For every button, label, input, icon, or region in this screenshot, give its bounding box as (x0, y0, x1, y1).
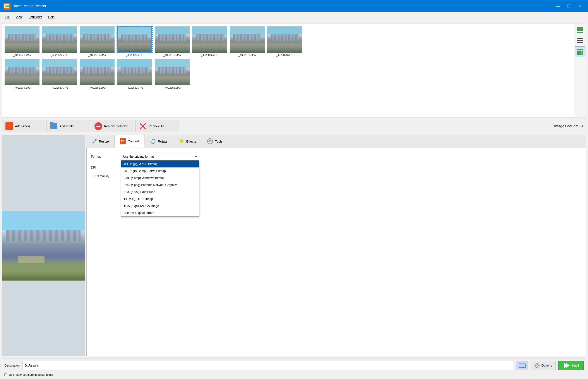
thumbnail-10[interactable] (42, 59, 77, 85)
app-title: Batch Picture Resizer (13, 4, 46, 8)
image-label-7: _4022877.JPG (239, 53, 256, 57)
svg-rect-12 (577, 42, 583, 43)
format-option-pcx[interactable]: PCX (*.pcx) PaintBrush (121, 189, 199, 195)
titlebar-left: Batch Picture Resizer (3, 3, 46, 10)
no-icon (95, 123, 102, 129)
menu-help[interactable]: Help (45, 14, 58, 20)
list-item[interactable]: _4022882.JPG (117, 59, 152, 89)
format-option-jpg[interactable]: JPG (*.jpg) JPEG Bitmap (121, 160, 199, 167)
svg-rect-21 (581, 53, 583, 55)
view-grid-button[interactable] (575, 47, 585, 57)
thumbnail-8[interactable] (267, 26, 302, 53)
thumbnail-4-selected[interactable] (117, 26, 152, 53)
dpi-label: DPI (91, 166, 117, 169)
thumbnail-13[interactable] (155, 59, 190, 85)
format-option-gif[interactable]: GIF (*.gif) CompuServe Bitmap (121, 167, 199, 174)
add-folder-icon (50, 122, 58, 130)
destination-label: Destination (4, 364, 20, 367)
svg-rect-41 (519, 364, 522, 367)
thumbnail-7[interactable] (230, 26, 265, 53)
destination-input[interactable] (22, 361, 513, 370)
minimize-button[interactable]: — (553, 2, 563, 11)
format-option-bmp[interactable]: BMP (*.bmp) Windows Bitmap (121, 174, 199, 181)
thumbnail-11[interactable] (80, 59, 115, 85)
x-icon (139, 122, 147, 130)
gallery-scroll: _4022871.JPG _4022872.JPG _4022873.JPG _… (2, 24, 574, 117)
svg-rect-13 (577, 49, 579, 50)
list-item[interactable]: _4022878.JPG (267, 26, 302, 57)
list-item[interactable]: _4022874.JPG (117, 26, 152, 57)
remove-selected-icon (94, 122, 102, 130)
thumbnail-9[interactable] (5, 59, 40, 85)
svg-point-35 (209, 140, 211, 142)
svg-rect-19 (577, 53, 579, 55)
main-content: _4022871.JPG _4022872.JPG _4022873.JPG _… (0, 22, 588, 379)
options-button[interactable]: Options (531, 361, 556, 370)
svg-rect-15 (581, 49, 583, 50)
list-item[interactable]: _4022881.JPG (80, 59, 115, 89)
list-item[interactable]: _4022873.JPG (80, 26, 115, 57)
thumbnail-3[interactable] (80, 26, 115, 53)
list-item[interactable]: _4022871.JPG (5, 26, 40, 57)
menu-view[interactable]: View (13, 14, 26, 20)
tabs: Resize Convert (86, 135, 586, 148)
resize-icon (92, 139, 97, 144)
start-arrow-icon (563, 362, 570, 369)
list-item[interactable]: _4022877.JPG (230, 26, 265, 57)
format-dropdown[interactable]: Use the original format ▾ (121, 153, 199, 160)
thumbnail-2[interactable] (42, 26, 77, 53)
svg-rect-7 (580, 29, 583, 31)
tab-rotate[interactable]: Rotate (144, 135, 173, 148)
maximize-button[interactable]: ☐ (564, 2, 573, 11)
tab-resize[interactable]: Resize (86, 135, 114, 148)
thumbnail-1[interactable] (5, 26, 40, 53)
image-label-1: _4022871.JPG (13, 53, 31, 57)
add-files-button[interactable]: Add File(s)... (2, 120, 45, 132)
preview-image (2, 211, 85, 281)
menu-softorbits[interactable]: SoftOrbits (26, 14, 45, 20)
list-item[interactable]: _4022880.JPG (42, 59, 77, 89)
remove-selected-button[interactable]: Remove Selected (91, 120, 135, 132)
svg-point-45 (536, 364, 538, 366)
thumbnail-12[interactable] (117, 59, 152, 85)
format-dropdown-list[interactable]: JPG (*.jpg) JPEG Bitmap GIF (*.gif) Comp… (121, 160, 199, 217)
view-thumbnail-button[interactable] (575, 25, 585, 35)
image-label-6: _4022876.JPG (201, 53, 218, 57)
tab-tools-label: Tools (215, 140, 223, 143)
image-label-8: _4022878.JPG (276, 53, 293, 57)
list-item[interactable]: _4022876.JPG (192, 26, 227, 57)
image-label-10: _4022880.JPG (51, 86, 68, 89)
tab-resize-label: Resize (99, 140, 109, 143)
tab-tools[interactable]: Tools (202, 135, 228, 148)
app-icon (3, 3, 11, 10)
format-option-original[interactable]: Use the original format (121, 209, 199, 216)
tab-content-convert: Format Use the original format ▾ JPG (*.… (86, 148, 586, 356)
thumbnail-5[interactable] (155, 26, 190, 53)
format-option-png[interactable]: PNG (*.png) Portable Network Graphics (121, 181, 199, 189)
tab-convert[interactable]: Convert (114, 135, 145, 148)
start-button[interactable]: Start (558, 361, 584, 370)
grid-view-icon (577, 48, 584, 55)
image-label-3: _4022873.JPG (88, 53, 106, 57)
format-option-tga[interactable]: TGA (*.tga) TARGA Image (121, 202, 199, 209)
svg-rect-5 (580, 27, 583, 29)
list-item[interactable]: _4022875.JPG (155, 26, 190, 57)
remove-all-button[interactable]: Remove All (135, 120, 179, 132)
list-item[interactable]: _4022883.JPG (155, 59, 190, 89)
remove-all-icon (139, 122, 147, 130)
gallery-container: _4022871.JPG _4022872.JPG _4022873.JPG _… (2, 24, 586, 117)
folder-structure-checkbox[interactable] (4, 373, 7, 376)
tab-effects[interactable]: Effects (173, 135, 202, 148)
format-option-tif[interactable]: TIF (*.tif) TIFF Bitmap (121, 195, 199, 202)
menu-file[interactable]: File (2, 14, 13, 20)
view-list-button[interactable] (575, 36, 585, 46)
browse-button[interactable] (516, 361, 528, 370)
close-button[interactable]: ✕ (574, 2, 585, 11)
add-folder-button[interactable]: Add Folder... (46, 120, 90, 132)
svg-rect-16 (577, 51, 579, 53)
add-files-label: Add File(s)... (15, 125, 32, 128)
list-item[interactable]: _4022872.JPG (42, 26, 77, 57)
list-item[interactable]: _4022879.JPG (5, 59, 40, 89)
thumbnail-6[interactable] (192, 26, 227, 53)
list-view-icon (577, 37, 584, 44)
